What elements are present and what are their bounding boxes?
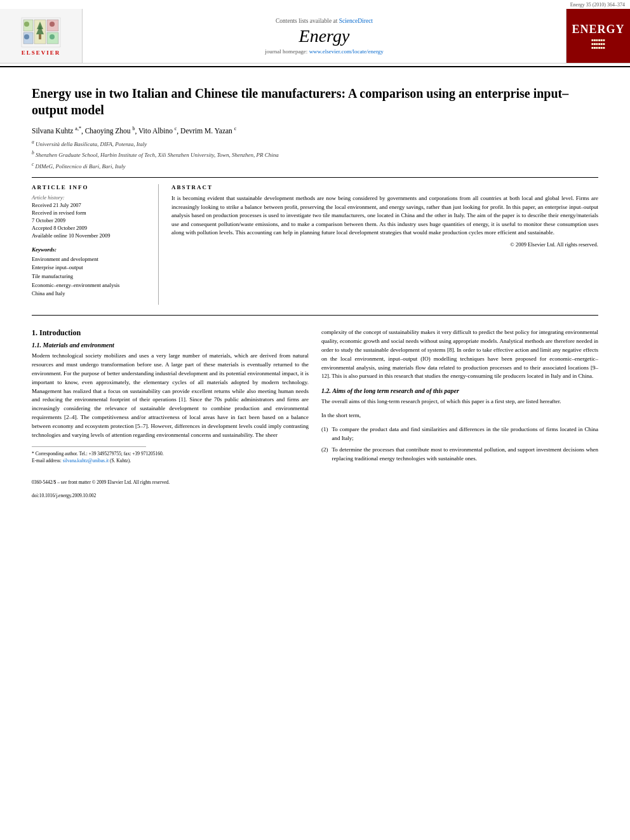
keyword-4: Economic–energy–environment analysis bbox=[32, 281, 149, 290]
subsection-1-1-heading: 1.1. Materials and environment bbox=[32, 342, 309, 349]
keyword-3: Tile manufacturing bbox=[32, 272, 149, 281]
article-info-title: ARTICLE INFO bbox=[32, 184, 149, 190]
elsevier-tree-icon bbox=[20, 17, 62, 48]
svg-point-12 bbox=[50, 34, 55, 39]
section-1-heading: 1. Introduction bbox=[32, 328, 309, 338]
list-item-2: (2) To determine the processes that cont… bbox=[321, 446, 598, 463]
revised-value: Received in revised form7 October 2009 bbox=[32, 210, 149, 225]
email-footnote: E-mail address: silvana.kuhtz@unibas.it … bbox=[32, 457, 309, 464]
list-item-1: (1) To compare the product data and find… bbox=[321, 425, 598, 443]
online-value: Available online 10 November 2009 bbox=[32, 232, 149, 240]
journal-name: Energy bbox=[299, 26, 350, 46]
keyword-5: China and Italy bbox=[32, 290, 149, 298]
article-info-abstract: ARTICLE INFO Article history: Received 2… bbox=[32, 184, 598, 304]
copyright-note: © 2009 Elsevier Ltd. All rights reserved… bbox=[171, 241, 598, 248]
list-num-2: (2) bbox=[321, 446, 328, 463]
article-title: Energy use in two Italian and Chinese ti… bbox=[32, 85, 598, 118]
sciencedirect-label: Contents lists available at ScienceDirec… bbox=[276, 18, 373, 24]
aims-list: (1) To compare the product data and find… bbox=[321, 425, 598, 463]
accepted-value: Accepted 8 October 2009 bbox=[32, 225, 149, 232]
received-value: Received 21 July 2007 bbox=[32, 202, 149, 210]
article-info-panel: ARTICLE INFO Article history: Received 2… bbox=[32, 184, 159, 304]
section-1-right-text: complexity of the concept of sustainabil… bbox=[321, 328, 598, 382]
elsevier-logo: ELSEVIER bbox=[0, 9, 83, 63]
corresponding-footnote: * Corresponding author. Tel.: +39 349527… bbox=[32, 450, 309, 457]
energy-logo-box: ENERGY ■■■■■■■■■■■■■■■■■■ bbox=[566, 9, 630, 63]
footnote-rule bbox=[32, 446, 146, 447]
svg-point-10 bbox=[24, 34, 29, 39]
subsection-1-2-heading: 1.2. Aims of the long term research and … bbox=[321, 387, 598, 394]
svg-point-9 bbox=[24, 22, 29, 27]
affiliation-a: a Università della Basilicata, DIFA, Pot… bbox=[32, 138, 598, 149]
short-term-label: In the short term, bbox=[321, 411, 598, 420]
affiliation-c: c DIMeG, Politecnico di Bari, Bari, Ital… bbox=[32, 161, 598, 171]
affiliations: a Università della Basilicata, DIFA, Pot… bbox=[32, 138, 598, 171]
body-columns: 1. Introduction 1.1. Materials and envir… bbox=[32, 328, 598, 499]
svg-point-11 bbox=[50, 22, 55, 27]
list-text-1: To compare the product data and find sim… bbox=[332, 425, 599, 443]
journal-center: Contents lists available at ScienceDirec… bbox=[83, 9, 566, 63]
history-label: Article history: bbox=[32, 194, 149, 201]
authors: Silvana Kuhtz a,*, Chaoying Zhou b, Vito… bbox=[32, 126, 598, 135]
abstract-section: ABSTRACT It is becoming evident that sus… bbox=[171, 184, 598, 304]
article-history-block: Article history: Received 21 July 2007 R… bbox=[32, 194, 149, 239]
svg-rect-8 bbox=[39, 34, 41, 39]
energy-logo-text: ENERGY bbox=[572, 23, 624, 36]
issn-info: 0360-5442/$ – see front matter © 2009 El… bbox=[32, 479, 309, 486]
vol-info: Energy 35 (2010) 364–374 bbox=[0, 0, 630, 9]
journal-homepage: journal homepage: www.elsevier.com/locat… bbox=[265, 48, 384, 55]
journal-top-bar: ELSEVIER Contents lists available at Sci… bbox=[0, 9, 630, 63]
abstract-text: It is becoming evident that sustainable … bbox=[171, 194, 598, 237]
article-container: Energy use in two Italian and Chinese ti… bbox=[0, 67, 630, 518]
col-left: 1. Introduction 1.1. Materials and envir… bbox=[32, 328, 309, 499]
section-1-1-text: Modern technological society mobilizes a… bbox=[32, 352, 309, 440]
journal-header: Energy 35 (2010) 364–374 bbox=[0, 0, 630, 67]
divider-rule bbox=[32, 177, 598, 178]
list-text-2: To determine the processes that contribu… bbox=[332, 446, 599, 463]
keywords-block: Keywords: Environment and development En… bbox=[32, 246, 149, 298]
list-num-1: (1) bbox=[321, 425, 328, 443]
keywords-label: Keywords: bbox=[32, 246, 149, 253]
col-right: complexity of the concept of sustainabil… bbox=[321, 328, 598, 499]
affiliation-b: b Shenzhen Graduate School, Harbin Insti… bbox=[32, 149, 598, 160]
divider-rule-2 bbox=[32, 315, 598, 316]
subsection-1-2-intro: The overall aims of this long-term resea… bbox=[321, 397, 598, 406]
keyword-1: Environment and development bbox=[32, 255, 149, 264]
doi-info: doi:10.1016/j.energy.2009.10.002 bbox=[32, 492, 309, 499]
energy-logo-sub: ■■■■■■■■■■■■■■■■■■ bbox=[591, 38, 605, 50]
keywords-list: Environment and development Enterprise i… bbox=[32, 255, 149, 298]
elsevier-brand-text: ELSEVIER bbox=[22, 50, 61, 56]
abstract-title: ABSTRACT bbox=[171, 184, 598, 190]
keyword-2: Enterprise input–output bbox=[32, 263, 149, 272]
